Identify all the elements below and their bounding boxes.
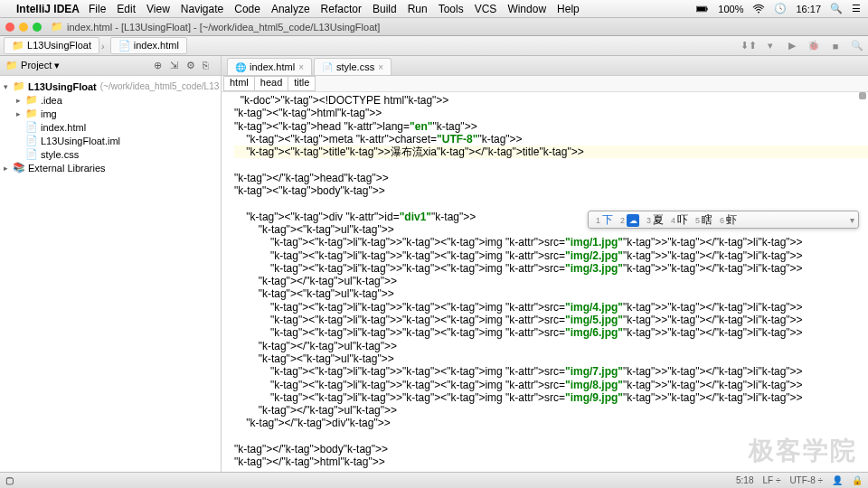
run-icon[interactable]: ▶: [784, 38, 800, 54]
lock-icon[interactable]: 🔒: [852, 475, 863, 485]
crumb-title[interactable]: title: [288, 76, 316, 91]
project-header: 📁 Project ▾ ⊕ ⇲ ⚙ ⎘: [0, 56, 221, 76]
tree-item[interactable]: ▸📁img: [0, 107, 221, 120]
wifi-icon[interactable]: [752, 4, 765, 14]
zoom-icon[interactable]: [33, 23, 42, 32]
menu-analyze[interactable]: Analyze: [271, 3, 310, 15]
readonly-lock-icon[interactable]: 👤: [832, 475, 843, 485]
menu-tools[interactable]: Tools: [439, 3, 464, 15]
ime-candidate-bar[interactable]: 1下2☁3夏4吓5瞎6虾 ▾: [588, 211, 859, 229]
search-icon[interactable]: 🔍: [849, 38, 865, 54]
breadcrumb-project[interactable]: 📁 L13UsingFloat: [4, 37, 99, 54]
svg-point-3: [759, 11, 760, 13]
tree-external-libs[interactable]: ▸📚 External Libraries: [0, 161, 221, 174]
close-tab-icon[interactable]: ×: [378, 62, 383, 72]
menu-edit[interactable]: Edit: [117, 3, 136, 15]
line-separator[interactable]: LF ÷: [762, 475, 780, 485]
menu-run[interactable]: Run: [408, 3, 428, 15]
breadcrumb-file[interactable]: 📄 index.html: [110, 37, 187, 54]
menu-help[interactable]: Help: [557, 3, 580, 15]
tree-item[interactable]: 📄L13UsingFloat.iml: [0, 134, 221, 147]
crumb-html[interactable]: html: [223, 76, 255, 91]
window-titlebar: 📁 index.html - [L13UsingFloat] - [~/work…: [0, 18, 868, 36]
navigation-toolbar: 📁 L13UsingFloat › 📄 index.html ⬇⬆ ▾ ▶ 🐞 …: [0, 36, 868, 56]
menu-code[interactable]: Code: [234, 3, 260, 15]
notification-icon[interactable]: ☰: [852, 3, 861, 14]
debug-icon[interactable]: 🐞: [806, 38, 822, 54]
project-tool-window: 📁 Project ▾ ⊕ ⇲ ⚙ ⎘ ▾📁 L13UsingFloat (~/…: [0, 56, 222, 481]
tab-index-html[interactable]: 🌐index.html×: [227, 58, 312, 75]
window-title: index.html - [L13UsingFloat] - [~/work/i…: [67, 22, 380, 33]
caret-position[interactable]: 5:18: [736, 475, 753, 485]
close-tab-icon[interactable]: ×: [298, 62, 304, 72]
tree-item[interactable]: 📄index.html: [0, 120, 221, 134]
tree-item[interactable]: ▸📁.idea: [0, 93, 221, 107]
editor-area: 🌐index.html× 📄style.css× html head title…: [222, 56, 868, 481]
watermark-logo: 极客学院: [749, 434, 857, 468]
build-icon[interactable]: ⬇⬆: [741, 38, 757, 54]
status-bar: ▢ 5:18 LF ÷ UTF-8 ÷ 👤 🔒: [0, 472, 868, 488]
autoscroll-icon[interactable]: ⊕: [154, 60, 166, 72]
svg-rect-1: [697, 6, 706, 10]
traffic-lights[interactable]: [5, 23, 42, 32]
macos-menubar: IntelliJ IDEA File Edit View Navigate Co…: [0, 0, 868, 18]
spotlight-icon[interactable]: 🔍: [830, 3, 843, 14]
collapse-icon[interactable]: ⇲: [170, 60, 183, 72]
clock-time: 16:17: [796, 4, 821, 14]
menu-vcs[interactable]: VCS: [475, 3, 497, 15]
menu-file[interactable]: File: [89, 3, 106, 15]
editor-scrollbar[interactable]: [859, 92, 868, 481]
hide-icon[interactable]: ⎘: [203, 60, 215, 72]
menu-view[interactable]: View: [146, 3, 170, 15]
menu-navigate[interactable]: Navigate: [181, 3, 223, 15]
menu-refactor[interactable]: Refactor: [321, 3, 362, 15]
battery-icon[interactable]: [696, 4, 709, 14]
editor-tabs: 🌐index.html× 📄style.css×: [222, 56, 868, 76]
minimize-icon[interactable]: [19, 23, 28, 32]
file-encoding[interactable]: UTF-8 ÷: [789, 475, 823, 485]
folder-icon: 📁: [51, 21, 63, 33]
tree-item[interactable]: 📄style.css: [0, 147, 221, 161]
settings-icon[interactable]: ⚙: [186, 60, 199, 72]
menu-build[interactable]: Build: [373, 3, 397, 15]
project-header-label[interactable]: 📁 Project ▾: [5, 60, 60, 71]
code-breadcrumb[interactable]: html head title: [222, 76, 868, 92]
crumb-head[interactable]: head: [254, 76, 288, 91]
run-dropdown[interactable]: ▾: [762, 38, 778, 54]
menu-window[interactable]: Window: [507, 3, 546, 15]
status-message: ▢: [5, 475, 14, 485]
clock-icon: 🕓: [774, 3, 787, 14]
battery-percent: 100%: [718, 4, 743, 14]
stop-icon[interactable]: ■: [827, 38, 844, 54]
tab-style-css[interactable]: 📄style.css×: [314, 58, 392, 75]
close-icon[interactable]: [5, 23, 14, 32]
project-tree[interactable]: ▾📁 L13UsingFloat (~/work/idea_html5_code…: [0, 76, 221, 178]
ime-more-icon[interactable]: ▾: [850, 215, 854, 225]
code-editor[interactable]: "k-doc">"k-tag"><!DOCTYPE html"k-tag">>"…: [222, 92, 868, 481]
app-name[interactable]: IntelliJ IDEA: [16, 3, 80, 15]
tree-root[interactable]: ▾📁 L13UsingFloat (~/work/idea_html5_code…: [0, 80, 221, 93]
svg-rect-2: [707, 7, 708, 10]
